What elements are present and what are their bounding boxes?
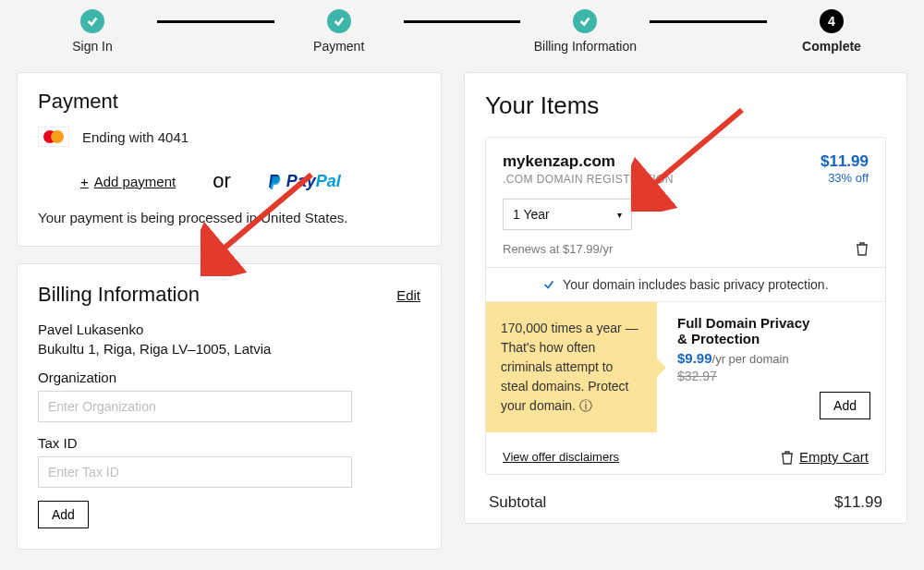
paypal-icon [268, 173, 283, 189]
saved-card-row: Ending with 4041 [38, 127, 420, 147]
paypal-button[interactable]: PayPal [268, 172, 341, 191]
privacy-note-text: Your domain includes basic privacy prote… [563, 277, 828, 292]
step-label: Billing Information [534, 39, 637, 54]
step-signin: Sign In [28, 9, 157, 54]
trash-icon[interactable] [856, 241, 869, 256]
step-number: 4 [820, 9, 844, 33]
svg-point-2 [51, 130, 64, 143]
add-billing-button[interactable]: Add [38, 501, 89, 528]
upsell-price: $9.99 [677, 350, 712, 366]
step-connector [404, 20, 521, 23]
step-connector [650, 20, 767, 23]
card-ending-text: Ending with 4041 [82, 129, 188, 145]
step-label: Sign In [72, 39, 113, 54]
upsell-pitch: 170,000 times a year — That's how often … [486, 302, 657, 432]
items-heading: Your Items [485, 91, 886, 120]
edit-billing-link[interactable]: Edit [396, 287, 420, 303]
domain-name: mykenzap.com [503, 152, 674, 171]
domain-price: $11.99 [821, 152, 869, 171]
taxid-input[interactable] [38, 456, 352, 488]
subtotal-row: Subtotal $11.99 [485, 475, 886, 512]
checkout-stepper: Sign In Payment Billing Information 4 Co… [0, 0, 924, 54]
paypal-text-pay: Pay [286, 172, 316, 191]
upsell-original-price: $32.97 [677, 369, 820, 383]
step-payment: Payment [274, 9, 404, 54]
checkmark-icon [573, 9, 597, 33]
processed-in-text: Your payment is being processed in Unite… [38, 210, 420, 225]
subtotal-value: $11.99 [834, 493, 882, 512]
term-select[interactable]: 1 Year ▾ [503, 199, 632, 230]
step-billing: Billing Information [520, 9, 650, 54]
step-label: Complete [802, 39, 861, 54]
subtotal-label: Subtotal [489, 493, 546, 512]
payment-heading: Payment [38, 90, 420, 114]
plus-icon: + [80, 174, 89, 189]
mastercard-icon [38, 127, 69, 147]
organization-input[interactable] [38, 391, 352, 422]
privacy-banner: Your domain includes basic privacy prote… [486, 267, 885, 301]
billing-address: Bukultu 1, Riga, Riga LV–1005, Latvia [38, 341, 420, 357]
domain-discount: 33% off [821, 171, 869, 185]
term-selected-label: 1 Year [513, 207, 550, 222]
billing-heading: Billing Information [38, 283, 200, 307]
checkmark-icon [80, 9, 104, 33]
taxid-label: Tax ID [38, 435, 420, 451]
domain-desc: .COM Domain Registration [503, 173, 674, 186]
upsell-period: /yr per domain [712, 352, 789, 366]
payment-section: Payment Ending with 4041 + Add payment o… [17, 72, 442, 247]
disclaimer-link[interactable]: View offer disclaimers [503, 450, 619, 464]
renews-text: Renews at $17.99/yr [503, 242, 613, 256]
cart-item: mykenzap.com .COM Domain Registration $1… [485, 137, 886, 475]
add-upsell-button[interactable]: Add [820, 392, 870, 419]
billing-name: Pavel Lukasenko [38, 321, 420, 337]
upsell-title: Full Domain Privacy & Protection [677, 315, 820, 346]
trash-icon [781, 450, 794, 465]
step-connector [157, 20, 274, 23]
paypal-text-pal: Pal [316, 172, 341, 191]
step-complete: 4 Complete [767, 9, 896, 54]
empty-cart-label: Empty Cart [799, 449, 869, 465]
step-label: Payment [313, 39, 364, 54]
chevron-down-icon: ▾ [617, 210, 622, 220]
organization-label: Organization [38, 370, 420, 385]
or-separator: or [213, 169, 231, 193]
upsell-row: 170,000 times a year — That's how often … [486, 301, 885, 432]
empty-cart-link[interactable]: Empty Cart [781, 449, 869, 465]
billing-section: Billing Information Edit Pavel Lukasenko… [17, 263, 442, 550]
add-payment-label: Add payment [94, 174, 176, 189]
checkmark-icon [327, 9, 351, 33]
add-payment-link[interactable]: + Add payment [80, 174, 176, 189]
items-section: Your Items mykenzap.com .COM Domain Regi… [464, 72, 907, 524]
checkmark-icon [542, 278, 555, 291]
